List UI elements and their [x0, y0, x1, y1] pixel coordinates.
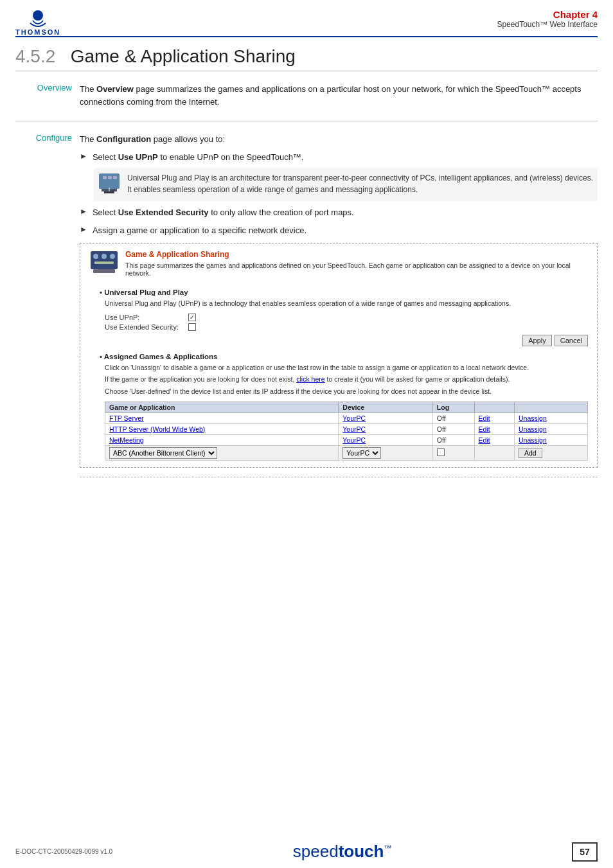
- svg-rect-4: [103, 176, 107, 179]
- thomson-logo-text: THOMSON: [15, 28, 60, 36]
- overview-content: The Overview page summarizes the games a…: [80, 83, 598, 113]
- col-header-action1: [474, 402, 514, 412]
- configure-content: The Configuration page allows you to: ► …: [80, 133, 598, 477]
- upnp-subsection-desc: Universal Plug and Play (UPnP) is a tech…: [105, 299, 588, 308]
- netmeeting-device-link[interactable]: YourPC: [342, 436, 366, 444]
- svg-point-10: [93, 254, 98, 259]
- chapter-label: Chapter 4: [497, 9, 598, 20]
- edit-http[interactable]: Edit: [474, 423, 514, 434]
- col-header-app: Game or Application: [105, 402, 339, 412]
- footer-logo-speed: speed: [293, 842, 339, 861]
- edit-ftp[interactable]: Edit: [474, 412, 514, 423]
- col-header-log: Log: [432, 402, 474, 412]
- edit-netmeeting-link[interactable]: Edit: [479, 436, 490, 444]
- table-header-row: Game or Application Device Log: [105, 402, 588, 412]
- assigned-desc-2: If the game or the application you are l…: [105, 375, 588, 384]
- svg-rect-5: [108, 176, 112, 179]
- netmeeting-link[interactable]: NetMeeting: [109, 436, 144, 444]
- bullet-arrow-1: ►: [80, 152, 87, 161]
- apply-button[interactable]: Apply: [522, 335, 552, 346]
- thomson-logo-icon: [26, 9, 49, 27]
- add-button-cell[interactable]: Add: [515, 445, 588, 460]
- app-name-http: HTTP Server (World Wide Web): [105, 423, 339, 434]
- use-upnp-row: Use UPnP:: [105, 314, 588, 321]
- device-netmeeting: YourPC: [339, 434, 433, 445]
- use-upnp-label: Use UPnP:: [105, 314, 188, 321]
- add-device-select-cell[interactable]: YourPC: [339, 445, 433, 460]
- unassign-ftp-link[interactable]: Unassign: [519, 414, 547, 422]
- screenshot-header: Game & Application Sharing This page sum…: [89, 250, 588, 283]
- screenshot-box: Game & Application Sharing This page sum…: [80, 243, 598, 468]
- screenshot-title: Game & Application Sharing: [125, 250, 588, 259]
- device-http: YourPC: [339, 423, 433, 434]
- click-here-link[interactable]: click here: [296, 375, 324, 383]
- configure-intro: The Configuration page allows you to:: [80, 133, 598, 146]
- svg-point-0: [33, 10, 43, 21]
- svg-point-11: [102, 254, 107, 259]
- screenshot-router-icon: [89, 250, 119, 278]
- footer-logo-tm: ™: [384, 844, 391, 853]
- page-title: 4.5.2 Game & Application Sharing: [15, 46, 598, 67]
- add-action1-cell: [474, 445, 514, 460]
- http-server-link[interactable]: HTTP Server (World Wide Web): [109, 425, 205, 433]
- table-row: HTTP Server (World Wide Web) YourPC Off …: [105, 423, 588, 434]
- configure-section: Configure The Configuration page allows …: [15, 121, 598, 485]
- device-select[interactable]: YourPC: [342, 447, 381, 459]
- unassign-netmeeting-link[interactable]: Unassign: [519, 436, 547, 444]
- bullet-text-1: Select Use UPnP to enable UPnP on the Sp…: [93, 151, 304, 164]
- bullet-arrow-2: ►: [80, 207, 87, 216]
- bullet-text-2: Select Use Extended Security to only all…: [93, 206, 354, 219]
- upnp-note-text: Universal Plug and Play is an architectu…: [127, 172, 594, 195]
- svg-rect-6: [113, 176, 117, 179]
- content-area: Overview The Overview page summarizes th…: [0, 71, 613, 485]
- footer-doc-id: E-DOC-CTC-20050429-0099 v1.0: [15, 848, 112, 855]
- svg-rect-13: [94, 261, 114, 264]
- configure-label: Configure: [15, 133, 80, 143]
- upnp-note-icon: [98, 172, 121, 197]
- col-header-device: Device: [339, 402, 433, 412]
- unassign-netmeeting[interactable]: Unassign: [515, 434, 588, 445]
- unassign-ftp[interactable]: Unassign: [515, 412, 588, 423]
- svg-rect-3: [104, 191, 114, 193]
- footer-logo: speedtouch™: [112, 842, 572, 862]
- app-select[interactable]: ABC (Another Bittorrent Client): [109, 447, 217, 459]
- app-name-ftp: FTP Server: [105, 412, 339, 423]
- upnp-subsection-title: Universal Plug and Play: [100, 288, 588, 296]
- page-footer: E-DOC-CTC-20050429-0099 v1.0 speedtouch™…: [0, 835, 613, 868]
- add-row: ABC (Another Bittorrent Client) YourPC: [105, 445, 588, 460]
- unassign-http[interactable]: Unassign: [515, 423, 588, 434]
- chapter-number: 4.5.2: [15, 46, 55, 66]
- assigned-desc-3: Choose 'User-defined' in the device list…: [105, 387, 588, 396]
- title-text: Game & Application Sharing: [71, 46, 296, 66]
- ftp-device-link[interactable]: YourPC: [342, 414, 366, 422]
- screenshot-title-block: Game & Application Sharing This page sum…: [125, 250, 588, 283]
- app-name-netmeeting: NetMeeting: [105, 434, 339, 445]
- bullet-text-3: Assign a game or application to a specif…: [93, 224, 306, 237]
- add-log-cell[interactable]: [432, 445, 474, 460]
- bullet-3: ► Assign a game or application to a spec…: [80, 224, 598, 237]
- bullet-arrow-3: ►: [80, 225, 87, 234]
- assigned-desc-1: Click on 'Unassign' to disable a game or…: [105, 363, 588, 373]
- add-app-select-cell[interactable]: ABC (Another Bittorrent Client): [105, 445, 339, 460]
- unassign-http-link[interactable]: Unassign: [519, 425, 547, 433]
- cancel-button[interactable]: Cancel: [555, 335, 588, 346]
- log-netmeeting: Off: [432, 434, 474, 445]
- device-ftp: YourPC: [339, 412, 433, 423]
- edit-netmeeting[interactable]: Edit: [474, 434, 514, 445]
- footer-logo-touch: touch: [339, 842, 384, 861]
- use-ext-security-checkbox[interactable]: [188, 323, 196, 331]
- log-ftp: Off: [432, 412, 474, 423]
- table-row: NetMeeting YourPC Off Edit Unassign: [105, 434, 588, 445]
- page-header: THOMSON Chapter 4 SpeedTouch™ Web Interf…: [0, 0, 613, 36]
- use-upnp-checkbox[interactable]: [188, 314, 196, 321]
- router-svg-icon: [89, 250, 119, 276]
- add-button[interactable]: Add: [519, 448, 542, 458]
- thomson-logo: THOMSON: [15, 9, 60, 36]
- edit-http-link[interactable]: Edit: [479, 425, 490, 433]
- edit-ftp-link[interactable]: Edit: [479, 414, 490, 422]
- upnp-note-box: Universal Plug and Play is an architectu…: [94, 168, 598, 201]
- ftp-server-link[interactable]: FTP Server: [109, 414, 143, 422]
- http-device-link[interactable]: YourPC: [342, 425, 366, 433]
- overview-label: Overview: [15, 83, 80, 93]
- add-log-checkbox[interactable]: [437, 448, 445, 456]
